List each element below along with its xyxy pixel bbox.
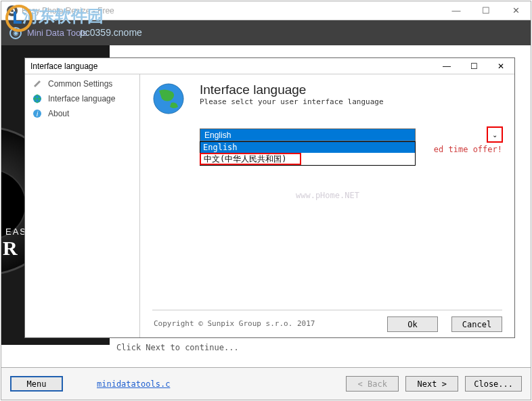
status-text: Click Next to continue... [116,343,239,352]
chevron-down-icon[interactable]: ⌄ [487,126,503,143]
copyright-text: Copyright © Sunpix Group s.r.o. 2017 [154,319,315,328]
toolbar: ◉ Mini Data Tools [1,20,531,45]
maximize-button[interactable]: ☐ [471,1,501,20]
info-icon: i [32,108,43,119]
language-combobox[interactable]: English [200,128,416,141]
language-dialog: Interface language — ☐ ✕ Common Settings… [24,57,515,338]
dropdown-option-english[interactable]: English [200,142,415,153]
close-button-bottom[interactable]: Close... [465,376,522,392]
menu-button[interactable]: Menu [10,376,63,392]
back-button: < Back [346,376,399,392]
combobox-value: English [204,131,231,140]
dialog-sidebar: Common Settings Interface language i Abo… [25,74,140,337]
app-icon [7,5,18,16]
dialog-heading: Interface language [200,82,384,97]
close-button[interactable]: ✕ [501,1,531,20]
dialog-title: Interface language [30,62,433,71]
next-button[interactable]: Next > [405,376,458,392]
dialog-footer: Ok Cancel [387,316,502,332]
dialog-subheading: Please selct your user interface languag… [200,97,384,106]
globe-icon [152,82,185,115]
promo-text-r: R [3,237,18,260]
minimize-button[interactable]: — [441,1,471,20]
dialog-separator [152,310,502,310]
window-controls: — ☐ ✕ [441,1,531,20]
globe-icon-small [32,93,43,104]
main-titlebar: Easy Photo Resize - Free — ☐ ✕ [1,1,531,20]
dialog-titlebar: Interface language — ☐ ✕ [25,58,514,74]
svg-point-1 [11,9,14,12]
sidebar-item-common-settings[interactable]: Common Settings [25,76,139,91]
dialog-minimize-button[interactable]: — [433,58,460,74]
language-dropdown: English 中文(中华人民共和国) [200,141,416,166]
bottom-bar: Menu minidatatools.c < Back Next > Close… [1,367,531,400]
cancel-button[interactable]: Cancel [451,316,502,332]
ok-button[interactable]: Ok [387,316,438,332]
website-link[interactable]: minidatatools.c [97,379,170,389]
sidebar-item-label: Interface language [48,94,115,103]
dialog-main: Interface language Please selct your use… [140,74,514,337]
dialog-body: Common Settings Interface language i Abo… [25,74,514,337]
dropdown-option-chinese[interactable]: 中文(中华人民共和国) [200,153,301,165]
dialog-maximize-button[interactable]: ☐ [460,58,487,74]
dialog-header: Interface language Please selct your use… [152,82,502,115]
offer-text: ed time offer! [434,145,502,154]
sidebar-item-label: Common Settings [48,79,112,89]
camera-icon: ◉ [9,27,22,39]
dialog-close-button[interactable]: ✕ [487,58,514,74]
language-select-wrap: English ⌄ English 中文(中华人民共和国) [200,128,502,141]
main-title: Easy Photo Resize - Free [22,6,441,16]
toolbar-brand: Mini Data Tools [27,28,87,38]
sidebar-item-interface-language[interactable]: Interface language [25,91,139,106]
sidebar-item-label: About [48,109,69,118]
phome-watermark: www.pHome.NET [296,191,359,200]
sidebar-item-about[interactable]: i About [25,106,139,121]
wrench-icon [32,78,43,89]
